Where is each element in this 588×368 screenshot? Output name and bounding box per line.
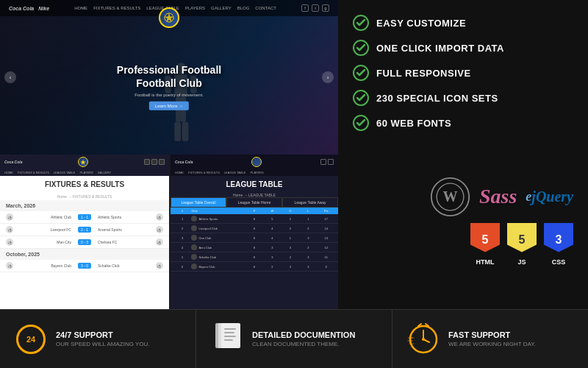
lt-l-1: 1 — [299, 217, 317, 221]
next-arrow-button[interactable]: › — [322, 71, 334, 83]
documentation-subtitle: CLEAN DOCUMENTED THEME. — [252, 341, 355, 347]
social-icon-1: f — [301, 4, 309, 12]
fixtures-screenshot: Coca Cola HOME FIXTURES & RESULTS LEAGUE… — [0, 155, 169, 309]
team-icon-home-4: ⚽ — [6, 262, 13, 269]
lt-row-1: 1 Athletic Sports 8 5 2 1 17 — [171, 214, 338, 224]
svg-rect-9 — [182, 122, 189, 141]
lt-name-3: One Club — [191, 235, 245, 241]
lt-p-5: 8 — [245, 255, 263, 259]
lt-row-3: 3 One Club 8 4 1 3 13 — [171, 233, 338, 243]
check-icon-5 — [353, 115, 369, 131]
fixtures-subtitle: Home → FIXTURES & RESULTS — [0, 193, 169, 200]
prev-arrow-button[interactable]: ‹ — [4, 71, 16, 83]
fast-support-text-group: FAST SUPPORT WE ARE WORKING NIGHT DAY. — [448, 330, 536, 347]
css-badge: 3 CSS — [544, 223, 573, 266]
lt-name-1: Athletic Sports — [191, 216, 245, 222]
match-row-4: ⚽ Bayern Club 3 - 0 Schalke Club ⚽ — [0, 260, 169, 272]
nav-home: HOME — [74, 6, 87, 10]
league-social-1 — [320, 159, 326, 165]
league-mini-sponsor: Coca Cola — [175, 160, 193, 164]
lt-d-4: 3 — [282, 246, 299, 250]
league-screenshot: Coca Cola HOME FIXTURES & RESULTS LEAGUE… — [171, 155, 338, 309]
lt-pts-4: 12 — [318, 246, 335, 250]
league-tab-home[interactable]: League Table Home — [226, 197, 282, 208]
features-panel: EASY CUSTOMIZE ONE CLICK IMPORT DATA FUL… — [338, 0, 588, 309]
documentation-text-group: DETAILED DOCUMENTION CLEAN DOCUMENTED TH… — [252, 330, 355, 347]
lt-rank-3: 3 — [173, 236, 191, 240]
match-row-1: ⚽ Athletic Club 1 - 1 Athletic Sports ⚽ — [0, 211, 169, 224]
fn-home: HOME — [4, 171, 13, 174]
sponsor1-logo: Coca Cola — [9, 6, 34, 11]
js-label: JS — [517, 258, 526, 266]
lt-row-6: 6 Bayern Club 8 2 3 3 9 — [171, 262, 338, 272]
team-icon-home-2: ⚽ — [6, 226, 13, 233]
fixtures-social-1 — [144, 159, 150, 165]
feature-icon-sets: 230 SPECIAL ICON SETS — [353, 90, 573, 106]
jquery-logo-group: e jQuery — [526, 188, 573, 205]
score-2: 2 - 1 — [78, 227, 91, 233]
support-247-subtitle: OUR SPEED WILL AMAZING YOU. — [56, 341, 150, 347]
support-247-title: 24/7 SUPPORT — [56, 330, 150, 339]
lt-w-2: 4 — [263, 227, 281, 230]
html5-shield-body: 5 — [470, 223, 500, 252]
lt-row-4: 4 Aero Club 8 3 3 2 12 — [171, 243, 338, 252]
team-away-4: Schalke Club — [98, 263, 149, 268]
team-icon-away-4: ⚽ — [156, 262, 163, 269]
fast-support-subtitle: WE ARE WORKING NIGHT DAY. — [448, 341, 536, 347]
lt-name-4: Aero Club — [191, 244, 245, 250]
ln-players: PLAYERS — [250, 171, 263, 174]
lt-l-2: 2 — [299, 227, 317, 230]
svg-rect-24 — [224, 336, 236, 337]
support-247-icon: 24 — [15, 323, 47, 355]
svg-point-31 — [422, 338, 425, 341]
league-title: LEAGUE TABLE — [171, 176, 338, 193]
league-tab-overall[interactable]: League Table Overall — [171, 197, 226, 208]
lt-pts-2: 14 — [318, 227, 335, 230]
team-home-4: Bayern Club — [20, 263, 71, 268]
support-24-text: 24 — [26, 335, 35, 344]
support-247-item: 24 24/7 SUPPORT OUR SPEED WILL AMAZING Y… — [0, 310, 196, 368]
team-icon-home-1: ⚽ — [6, 213, 13, 221]
league-nav-links: HOME FIXTURES & RESULTS LEAGUE TABLE PLA… — [171, 169, 338, 176]
hero-logo-group: Coca Cola Nike — [9, 6, 49, 11]
tech-badges-row: 5 HTML 5 JS — [470, 223, 573, 266]
css-label: CSS — [552, 258, 566, 266]
hero-cta-button[interactable]: Learn More → — [149, 102, 189, 110]
match-row-2: ⚽ Liverpool FC 2 - 1 Arsenal Sports ⚽ — [0, 224, 169, 236]
tech-logos-area: W Sass e jQuery 5 — [353, 140, 573, 302]
js-shield-body: 5 — [507, 223, 537, 252]
lt-header-pts: Pts — [318, 209, 335, 213]
svg-rect-8 — [174, 122, 181, 141]
hero-content: Professional Football Football Club Foot… — [117, 63, 221, 110]
team-away-3: Chelsea FC — [98, 240, 149, 244]
league-tab-away[interactable]: League Table Away — [282, 197, 338, 208]
fixtures-social-3 — [159, 159, 165, 165]
html5-shield: 5 — [470, 223, 500, 257]
lt-row-5: 5 Schalke Club 8 3 2 3 11 — [171, 252, 338, 262]
lt-name-2: Liverpool Club — [191, 225, 245, 231]
lt-d-5: 2 — [282, 255, 299, 259]
lt-rank-6: 6 — [173, 265, 191, 269]
team-icon-away-3: ⚽ — [156, 238, 163, 246]
lt-name-5: Schalke Club — [191, 254, 245, 260]
lt-pts-5: 11 — [318, 255, 335, 259]
nav-contact: CONTACT — [255, 6, 276, 10]
jquery-logo: jQuery — [531, 188, 573, 205]
lt-header-num: # — [173, 209, 191, 213]
feature-responsive: FULL RESPONSIVE — [353, 65, 573, 81]
feature-text-3: FULL RESPONSIVE — [376, 68, 471, 79]
social-icon-3: g — [322, 4, 329, 12]
lt-team-icon-2 — [191, 225, 197, 231]
support-24-circle: 24 — [16, 325, 46, 354]
main-area: Coca Cola Nike HOME FIXTURES & RESULTS L… — [0, 0, 588, 309]
lt-header-club: Club — [191, 209, 245, 213]
league-tabs: League Table Overall League Table Home L… — [171, 197, 338, 208]
documentation-item: DETAILED DOCUMENTION CLEAN DOCUMENTED TH… — [196, 310, 392, 368]
feature-text-2: ONE CLICK IMPORT DATA — [376, 43, 504, 54]
match-row-3: ⚽ Man City 0 - 3 Chelsea FC ⚽ — [0, 236, 169, 249]
social-icon-2: t — [312, 4, 319, 12]
fn-fixtures: FIXTURES & RESULTS — [18, 171, 49, 174]
check-icon-1 — [353, 15, 369, 31]
ln-fixtures: FIXTURES & RESULTS — [188, 171, 220, 174]
lt-header-l: L — [299, 209, 317, 213]
